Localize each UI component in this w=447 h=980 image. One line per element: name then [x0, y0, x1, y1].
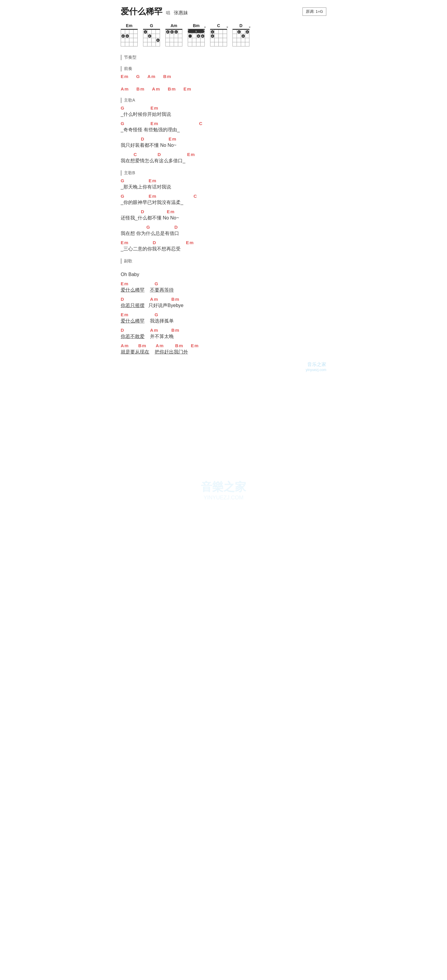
- chorus-group1: Em G 爱什么稀罕 不要再等待: [121, 281, 326, 294]
- section-label-rhythm: 节奏型: [121, 55, 326, 60]
- section-label-chorus: 副歌: [121, 258, 326, 264]
- lyric-line: _什么时候你开始对我说: [121, 111, 326, 118]
- chord-line: Am Bm Am Bm Em: [121, 343, 326, 348]
- chord-line: G D: [121, 224, 326, 230]
- footer-brand: 音乐之家: [121, 361, 326, 368]
- chord-g: G 1 2 3: [143, 23, 160, 46]
- chorus-group4: D Am Bm 你若不敢爱 并不算太晚: [121, 328, 326, 340]
- lyric-line: 我在想爱情怎么有这么多借口_: [121, 157, 326, 164]
- lyric-line: _奇奇怪怪 有些勉强的理由_: [121, 126, 326, 134]
- section-prelude: 前奏 Em G Am Bm Am Bm Am Bm Em: [121, 66, 326, 92]
- section-verse-a: 主歌A G Em _什么时候你开始对我说 G Em C _奇奇怪怪 有些勉强的理…: [121, 98, 326, 164]
- lyric-line: 就是要从现在 把你赶出我门外: [121, 348, 326, 356]
- prelude-line1: Em G Am Bm: [121, 74, 326, 79]
- chord-bm: Bm × 3 4: [188, 23, 205, 46]
- section-name-rhythm: 节奏型: [124, 55, 136, 60]
- page-header: 爱什么稀罕 唱 张惠妹 原调: 1=G: [121, 6, 326, 17]
- oh-baby-text: Oh Baby: [121, 271, 326, 278]
- section-verse-b: 主歌B G Em _那天晚上你有话对我说 G Em C _你的眼神早已对我没有温…: [121, 170, 326, 253]
- section-label-verse-b: 主歌B: [121, 170, 326, 176]
- lyric-line: 我在想 你为什么总是有借口: [121, 230, 326, 237]
- section-rhythm: 节奏型: [121, 55, 326, 60]
- chorus-group2: D Am Bm 你若只摇摆 只好说声Byebye: [121, 297, 326, 309]
- chord-am: Am 2 3 1: [165, 23, 182, 46]
- singer-name: 张惠妹: [174, 10, 188, 16]
- chorus-group3: Em G 爱什么稀罕 我选择孤单: [121, 312, 326, 325]
- lyric-line: _那天晚上你有话对我说: [121, 183, 326, 191]
- lyric-line: _你的眼神早已对我没有温柔_: [121, 199, 326, 206]
- key-box: 原调: 1=G: [302, 8, 326, 16]
- title-area: 爱什么稀罕 唱 张惠妹: [121, 6, 188, 17]
- lyric-line: _三心二意的你我不想再忍受: [121, 245, 326, 253]
- prelude-line2: Am Bm Am Bm Em: [121, 86, 326, 92]
- verse-a-group2: G Em C _奇奇怪怪 有些勉强的理由_: [121, 121, 326, 134]
- section-bar-chorus: [121, 258, 121, 264]
- footer-watermark: 音乐之家 yinyuezj.com: [121, 361, 326, 372]
- footer-url: yinyuezj.com: [121, 368, 326, 372]
- verse-a-group1: G Em _什么时候你开始对我说: [121, 105, 326, 118]
- chord-line: Em G: [121, 281, 326, 286]
- chord-line: G Em: [121, 105, 326, 111]
- verse-b-group5: Em D Em _三心二意的你我不想再忍受: [121, 240, 326, 253]
- blank: [121, 266, 326, 271]
- verse-a-group4: C D Em 我在想爱情怎么有这么多借口_: [121, 152, 326, 164]
- section-chorus: 副歌 Oh Baby Em G 爱什么稀罕 不要再等待 D Am Bm 你若只摇…: [121, 258, 326, 356]
- lyric-line: 我只好装着都不懂 No No~: [121, 142, 326, 149]
- lyric-line: 爱什么稀罕 我选择孤单: [121, 317, 326, 325]
- section-bar-prelude: [121, 66, 121, 72]
- blank: [121, 81, 326, 86]
- verse-b-group1: G Em _那天晚上你有话对我说: [121, 178, 326, 191]
- chord-em: Em 2 3: [121, 23, 138, 46]
- verse-a-group3: D Em 我只好装着都不懂 No No~: [121, 136, 326, 149]
- chord-line: Em D Em: [121, 240, 326, 245]
- song-title: 爱什么稀罕: [121, 6, 163, 17]
- verse-b-group2: G Em C _你的眼神早已对我没有温柔_: [121, 194, 326, 206]
- chord-line: D Am Bm: [121, 297, 326, 302]
- lyric-line: 你若只摇摆 只好说声Byebye: [121, 302, 326, 309]
- section-bar-a: [121, 98, 121, 103]
- section-bar: [121, 55, 121, 60]
- section-label-prelude: 前奏: [121, 66, 326, 72]
- chord-line: G Em C: [121, 121, 326, 126]
- chord-line: D Em: [121, 136, 326, 142]
- chord-line: G Em: [121, 178, 326, 183]
- verse-b-group4: G D 我在想 你为什么总是有借口: [121, 224, 326, 237]
- section-bar-b: [121, 170, 121, 176]
- chord-line: Em G: [121, 312, 326, 317]
- chord-line: D Em: [121, 209, 326, 215]
- section-name-a: 主歌A: [124, 98, 135, 103]
- lyric-line: 还怪我_什么都不懂 No No~: [121, 215, 326, 221]
- chord-line: D Am Bm: [121, 328, 326, 333]
- chord-c: C × 1 2: [210, 23, 227, 46]
- chord-line: G Em C: [121, 194, 326, 199]
- lyric-line: 爱什么稀罕 不要再等待: [121, 286, 326, 294]
- chord-line: Am Bm Am Bm Em: [121, 86, 326, 92]
- chord-d: D × 1 2 3: [232, 23, 249, 46]
- section-name-b: 主歌B: [124, 170, 135, 176]
- chord-diagrams: Em 2 3: [121, 23, 326, 46]
- section-name-prelude: 前奏: [124, 66, 133, 72]
- chord-line: Em G Am Bm: [121, 74, 326, 79]
- chorus-group5: Am Bm Am Bm Em 就是要从现在 把你赶出我门外: [121, 343, 326, 356]
- chord-line: C D Em: [121, 152, 326, 157]
- section-name-chorus: 副歌: [124, 258, 133, 264]
- verse-b-group3: D Em 还怪我_什么都不懂 No No~: [121, 209, 326, 221]
- lyric-line: 你若不敢爱 并不算太晚: [121, 333, 326, 340]
- singer-label: 唱: [166, 10, 170, 16]
- section-label-verse-a: 主歌A: [121, 98, 326, 103]
